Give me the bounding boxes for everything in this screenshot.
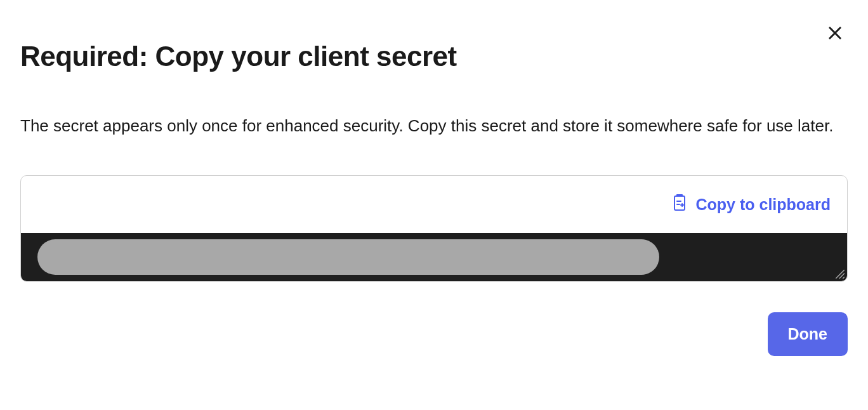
close-icon[interactable]	[826, 24, 844, 42]
secret-box-header: Copy to clipboard	[21, 176, 847, 233]
copy-to-clipboard-button[interactable]: Copy to clipboard	[672, 194, 831, 215]
resize-handle-icon[interactable]	[836, 270, 845, 279]
dialog-footer: Done	[20, 312, 848, 356]
secret-redacted-value	[37, 239, 659, 275]
done-button[interactable]: Done	[768, 312, 848, 356]
svg-rect-2	[674, 196, 685, 210]
clipboard-icon	[672, 194, 687, 215]
svg-line-5	[843, 277, 845, 279]
copy-button-label: Copy to clipboard	[696, 195, 831, 214]
secret-box: Copy to clipboard	[20, 175, 848, 282]
dialog-description: The secret appears only once for enhance…	[20, 112, 848, 140]
dialog-title: Required: Copy your client secret	[20, 41, 848, 72]
secret-code-area[interactable]	[21, 233, 847, 281]
